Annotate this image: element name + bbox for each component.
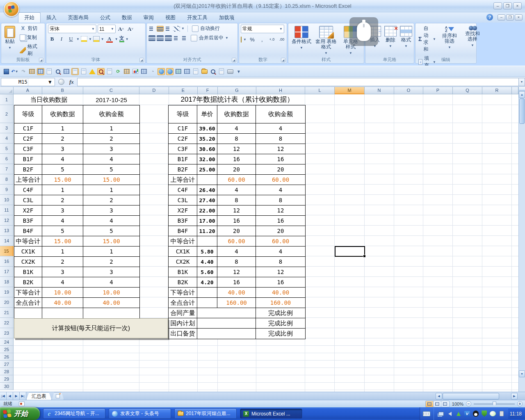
left-header-2[interactable]: 收购金额 (83, 105, 139, 123)
undo-icon[interactable]: ↶▼ (11, 68, 18, 75)
row-header-21[interactable]: 21 (0, 308, 14, 318)
left-header-1[interactable]: 收购数据 (42, 105, 83, 123)
left-cell-r15c2[interactable]: 1 (83, 247, 139, 257)
right-cell-r6c1[interactable]: 32.00 (197, 154, 217, 164)
column-header-O[interactable]: O (394, 87, 423, 94)
align-right-icon[interactable] (165, 35, 172, 41)
workbook-restore-button[interactable]: ❐ (506, 14, 514, 21)
right-cell-r18c0[interactable]: B2K (169, 277, 197, 288)
right-cell-r4c3[interactable]: 8 (256, 134, 305, 144)
help-icon[interactable]: ? (486, 14, 493, 21)
autosum-button[interactable]: Σ自动求和▼ (417, 25, 437, 53)
right-cell-r11c0[interactable]: X2F (169, 205, 197, 216)
left-cell-r19c1[interactable]: 10.00 (42, 288, 83, 298)
right-cell-r18c1[interactable]: 4.20 (197, 277, 217, 288)
normal-view-button[interactable] (426, 401, 434, 407)
zoom-out-icon[interactable]: − (466, 401, 471, 406)
select-all-corner[interactable] (0, 87, 14, 94)
row-header-1[interactable]: 1 (0, 94, 14, 105)
right-cell-r8c1[interactable] (197, 175, 217, 185)
left-cell-r12c2[interactable]: 4 (83, 216, 139, 226)
row-header-12[interactable]: 12 (0, 215, 14, 226)
toggle-grid-icon[interactable] (37, 68, 44, 75)
row-header-16[interactable]: 16 (0, 256, 14, 267)
right-cell-r13c0[interactable]: B4F (169, 226, 197, 236)
tab-视图[interactable]: 视图 (160, 13, 181, 23)
left-cell-r20c0[interactable]: 全点合计 (14, 298, 42, 308)
refresh-icon[interactable]: ⟳ (114, 68, 122, 75)
taskbar-task-toutiao[interactable]: 发表文章 - 头条号 (109, 409, 171, 419)
copy-button[interactable]: 复制 (18, 34, 43, 41)
left-cell-r4c2[interactable]: 2 (83, 134, 139, 144)
teal-sheet-icon[interactable] (175, 68, 182, 75)
redo-icon[interactable]: ↷ (20, 68, 27, 75)
phonetic-icon[interactable]: 文 (119, 36, 124, 42)
percent-style-button[interactable]: % (248, 35, 256, 43)
right-cell-r5c0[interactable]: C3F (169, 144, 197, 154)
first-sheet-icon[interactable]: |◀ (0, 392, 7, 400)
right-cell-r18c3[interactable]: 16 (256, 277, 305, 288)
left-cell-r11c2[interactable]: 3 (83, 205, 139, 216)
tab-审阅[interactable]: 审阅 (138, 13, 160, 23)
wizard-sheet-icon[interactable] (46, 68, 53, 75)
row-header-15[interactable]: 15 (0, 246, 14, 256)
horizontal-scrollbar[interactable]: ◀ ▶ (436, 393, 518, 399)
column-header-L[interactable]: L (305, 87, 335, 94)
right-cell-r6c0[interactable]: B1F (169, 154, 197, 164)
right-cell-r8c2[interactable]: 60.00 (217, 175, 256, 185)
left-cell-r15c0[interactable]: CX1K (14, 247, 42, 257)
right-cell-r9c0[interactable]: C4F (169, 185, 197, 195)
print-preview-icon[interactable] (209, 68, 217, 75)
left-cell-r8c1[interactable]: 15.00 (42, 175, 83, 185)
row-header-6[interactable]: 6 (0, 154, 14, 164)
left-cell-r7c2[interactable]: 5 (83, 164, 139, 175)
left-cell-r17c2[interactable]: 3 (83, 267, 139, 277)
format-cells-button[interactable]: 格式▼ (398, 25, 414, 57)
column-header-P[interactable]: P (423, 87, 453, 94)
accounting-format-icon[interactable] (241, 37, 242, 43)
right-cell-r12c2[interactable]: 16 (217, 216, 256, 226)
left-cell-r6c0[interactable]: B1F (14, 154, 42, 164)
left-cell-r16c1[interactable]: 2 (42, 257, 83, 267)
format-as-table-button[interactable]: 套用 表格格式▼ (313, 25, 339, 57)
right-cell-r12c0[interactable]: B3F (169, 216, 197, 226)
font-name-select[interactable]: 宋体▼ (48, 25, 96, 33)
right-bottom-ratio-1[interactable]: 完成比例 (256, 318, 305, 329)
left-cell-r19c0[interactable]: 下等合计 (14, 288, 42, 298)
shared-sheet-icon[interactable] (80, 68, 87, 75)
align-top-icon[interactable] (148, 26, 155, 32)
decrease-indent-icon[interactable] (173, 35, 180, 41)
workbook-minimize-button[interactable]: – (498, 14, 505, 21)
right-cell-r10c0[interactable]: C3L (169, 195, 197, 205)
network-icon[interactable] (438, 411, 445, 417)
tab-开始[interactable]: 开始 (18, 12, 41, 23)
right-cell-r15c0[interactable]: CX1K (169, 247, 197, 257)
delete-cells-button[interactable]: 删除▼ (383, 25, 398, 57)
left-cell-r8c0[interactable]: 上等合计 (14, 175, 42, 185)
row-header-29[interactable]: 29 (0, 375, 14, 383)
right-cell-r15c2[interactable]: 4 (217, 247, 256, 257)
alignment-dialog-launcher[interactable]: ◢ (232, 58, 236, 62)
right-cell-r13c2[interactable]: 20 (217, 226, 256, 236)
left-cell-r15c1[interactable]: 1 (42, 247, 83, 257)
left-cell-r3c2[interactable]: 1 (83, 123, 139, 134)
format-painter-button[interactable]: 格式刷 (18, 43, 43, 57)
left-cell-r12c1[interactable]: 4 (42, 216, 83, 226)
left-cell-r20c2[interactable]: 40.00 (83, 298, 139, 308)
left-cell-r13c2[interactable]: 5 (83, 226, 139, 236)
left-cell-r16c2[interactable]: 2 (83, 257, 139, 267)
right-header-2[interactable]: 收购数据 (217, 105, 256, 123)
wrap-text-button[interactable]: 自动换行 (191, 25, 221, 32)
align-center-icon[interactable] (157, 35, 164, 41)
right-cell-r7c0[interactable]: B2F (169, 164, 197, 175)
right-cell-r9c1[interactable]: 26.40 (197, 185, 217, 195)
left-cell-r12c0[interactable]: B3F (14, 216, 42, 226)
zoom-level[interactable]: 100% (452, 402, 463, 406)
row-header-8[interactable]: 8 (0, 174, 14, 185)
right-cell-r20c0[interactable]: 全点合计 (169, 298, 197, 308)
left-cell-r17c1[interactable]: 3 (42, 267, 83, 277)
row-header-11[interactable]: 11 (0, 205, 14, 215)
right-cell-r16c0[interactable]: CX2K (169, 257, 197, 267)
right-cell-r11c2[interactable]: 12 (217, 205, 256, 216)
office-button[interactable] (4, 1, 19, 17)
